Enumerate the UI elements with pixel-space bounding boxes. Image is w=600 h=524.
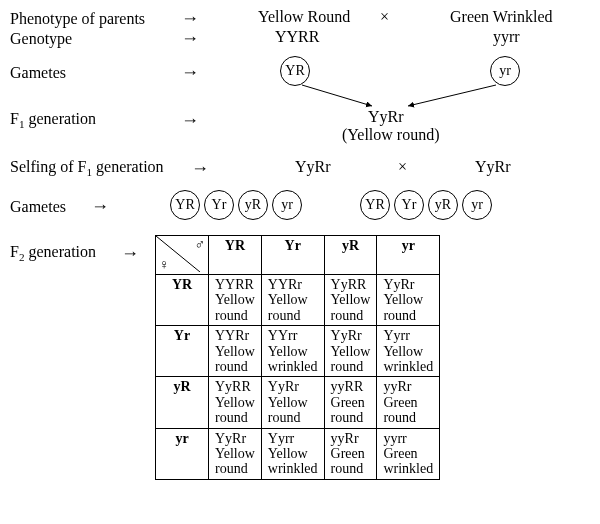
parent2-genotype: yyrr — [493, 28, 520, 46]
cell-pheno: round — [215, 461, 255, 476]
cell-pheno: Yellow — [215, 292, 255, 307]
cell-pheno: Yellow — [331, 344, 371, 359]
table-row: yr YyRrYellowround YyrrYellowwrinkled yy… — [156, 428, 440, 479]
gamete: YR — [170, 190, 200, 220]
selfing-right: YyRr — [475, 158, 511, 176]
label-phenotype-parents: Phenotype of parents — [10, 10, 170, 28]
f1-phenotype: (Yellow round) — [342, 126, 439, 144]
cell-pheno: round — [215, 359, 255, 374]
cell-pheno: Yellow — [331, 292, 371, 307]
cell-genotype: Yyrr — [383, 328, 433, 343]
cell-pheno: Green — [383, 395, 433, 410]
cell-pheno: round — [331, 308, 371, 323]
gamete: Yr — [394, 190, 424, 220]
gametes-left-group: YR Yr yR yr — [170, 190, 302, 220]
cell-genotype: yyRr — [331, 431, 371, 446]
table-row: YR YYRRYellowround YYRrYellowround YyRRY… — [156, 275, 440, 326]
label-selfing: Selfing of F1 generation — [10, 158, 180, 178]
arrow-icon: → — [170, 62, 210, 83]
cell-pheno: round — [268, 410, 318, 425]
cell-pheno: Yellow — [268, 446, 318, 461]
arrow-icon: → — [170, 28, 210, 49]
cell-pheno: round — [215, 308, 255, 323]
cell-genotype: YyRr — [268, 379, 318, 394]
cell-genotype: yyRR — [331, 379, 371, 394]
col-head: yR — [324, 236, 377, 275]
cell-pheno: wrinkled — [268, 461, 318, 476]
cell-genotype: YYrr — [268, 328, 318, 343]
cell-pheno: Yellow — [215, 344, 255, 359]
arrow-icon: → — [80, 196, 120, 217]
row-head: YR — [156, 275, 209, 326]
cell-pheno: Yellow — [383, 344, 433, 359]
label-gametes: Gametes — [10, 64, 170, 82]
cell-pheno: Yellow — [215, 446, 255, 461]
parent1-genotype: YYRR — [275, 28, 319, 46]
gamete: YR — [360, 190, 390, 220]
corner-cell: ♂ ♀ — [156, 236, 209, 275]
cell-genotype: YyRR — [215, 379, 255, 394]
punnett-square: ♂ ♀ YR Yr yR yr YR YYRRYellowround YYRrY… — [155, 235, 440, 480]
selfing-left: YyRr — [295, 158, 331, 176]
parent1-phenotype: Yellow Round — [258, 8, 350, 26]
cell-pheno: wrinkled — [383, 461, 433, 476]
male-symbol-icon: ♂ — [195, 237, 206, 253]
col-head: yr — [377, 236, 440, 275]
cell-genotype: YYRR — [215, 277, 255, 292]
cell-genotype: yyrr — [383, 431, 433, 446]
row-head: Yr — [156, 326, 209, 377]
cell-pheno: round — [383, 410, 433, 425]
cell-genotype: YyRr — [383, 277, 433, 292]
cell-pheno: wrinkled — [268, 359, 318, 374]
cell-pheno: Green — [331, 446, 371, 461]
f1-genotype: YyRr — [368, 108, 404, 126]
cell-genotype: YyRr — [331, 328, 371, 343]
female-symbol-icon: ♀ — [159, 257, 170, 273]
cross-symbol: × — [398, 158, 407, 176]
gamete: yR — [238, 190, 268, 220]
label-gametes2: Gametes — [10, 198, 80, 216]
parent2-phenotype: Green Wrinkled — [450, 8, 553, 26]
cell-genotype: YYRr — [268, 277, 318, 292]
gamete: yr — [462, 190, 492, 220]
cell-pheno: Yellow — [268, 395, 318, 410]
cell-genotype: yyRr — [383, 379, 433, 394]
cell-pheno: round — [331, 359, 371, 374]
label-genotype: Genotype — [10, 30, 170, 48]
svg-line-1 — [408, 85, 496, 106]
cell-pheno: round — [383, 308, 433, 323]
table-row: yR YyRRYellowround YyRrYellowround yyRRG… — [156, 377, 440, 428]
cell-genotype: Yyrr — [268, 431, 318, 446]
cell-pheno: Green — [331, 395, 371, 410]
gamete: Yr — [204, 190, 234, 220]
label-f1: F1 generation — [10, 110, 170, 130]
cell-pheno: round — [268, 308, 318, 323]
col-head: Yr — [261, 236, 324, 275]
gamete: yR — [428, 190, 458, 220]
parent2-gamete: yr — [490, 56, 520, 86]
cell-pheno: Green — [383, 446, 433, 461]
cell-genotype: YYRr — [215, 328, 255, 343]
gametes-right-group: YR Yr yR yr — [360, 190, 492, 220]
col-head: YR — [209, 236, 262, 275]
cell-pheno: Yellow — [268, 292, 318, 307]
cell-pheno: Yellow — [383, 292, 433, 307]
cell-pheno: Yellow — [215, 395, 255, 410]
arrow-icon: → — [170, 8, 210, 29]
cell-pheno: round — [215, 410, 255, 425]
cell-pheno: round — [331, 461, 371, 476]
cell-pheno: Yellow — [268, 344, 318, 359]
row-head: yr — [156, 428, 209, 479]
label-f2: F2 generation — [10, 243, 110, 263]
arrow-icon: → — [110, 243, 150, 264]
arrow-icon: → — [170, 110, 210, 131]
cross-symbol: × — [380, 8, 389, 26]
cell-genotype: YyRR — [331, 277, 371, 292]
table-row: Yr YYRrYellowround YYrrYellowwrinkled Yy… — [156, 326, 440, 377]
cell-pheno: round — [331, 410, 371, 425]
cell-genotype: YyRr — [215, 431, 255, 446]
row-head: yR — [156, 377, 209, 428]
cell-pheno: wrinkled — [383, 359, 433, 374]
svg-line-0 — [302, 85, 372, 106]
arrow-icon: → — [180, 158, 220, 179]
